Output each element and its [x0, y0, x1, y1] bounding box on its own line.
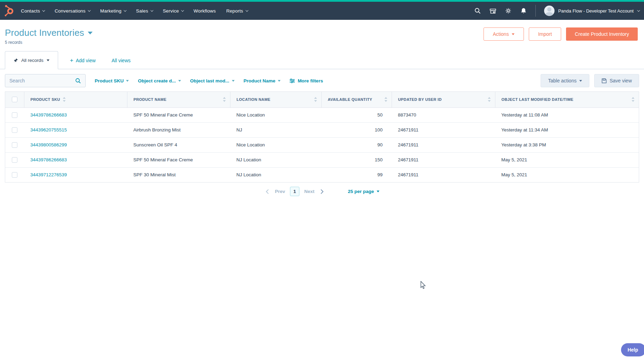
search-icon[interactable] [75, 78, 81, 84]
nav-item-sales[interactable]: Sales [136, 8, 152, 14]
column-label: PRODUCT SKU [31, 97, 60, 102]
product-name-cell: Airbrush Bronzing Mist [127, 122, 230, 137]
product-sku-link[interactable]: 34439786266683 [30, 112, 67, 118]
column-header-product-sku[interactable]: PRODUCT SKU [24, 92, 127, 107]
filter-product-sku[interactable]: Product SKU [95, 78, 129, 83]
page-number-button[interactable]: 1 [290, 187, 299, 196]
sort-icon [488, 97, 491, 102]
sort-icon [384, 97, 387, 102]
nav-item-conversations[interactable]: Conversations [55, 8, 90, 14]
location-name-cell: Nice Location [230, 107, 321, 122]
last-modified-cell: Yesterday at 11:34 AM [495, 122, 639, 137]
filter-label: Product Name [244, 78, 276, 83]
nav-item-contacts[interactable]: Contacts [21, 8, 44, 14]
row-checkbox[interactable] [12, 112, 17, 118]
create-product-inventory-button[interactable]: Create Product Inventory [566, 27, 638, 41]
search-box [5, 74, 86, 87]
hubspot-logo[interactable] [3, 4, 16, 17]
last-modified-cell: Yesterday at 11:08 AM [495, 107, 639, 122]
table-actions-button[interactable]: Table actions [541, 74, 589, 87]
notifications-icon[interactable] [520, 7, 527, 14]
select-all-header [5, 92, 24, 107]
actions-button[interactable]: Actions [484, 27, 524, 41]
import-button[interactable]: Import [529, 27, 561, 41]
per-page-label: 25 per page [348, 189, 374, 194]
last-modified-cell: May 5, 2021 [495, 152, 639, 167]
last-modified-cell: May 5, 2021 [495, 167, 639, 182]
row-checkbox[interactable] [12, 142, 17, 148]
table-row: 34439620755515 Airbrush Bronzing Mist NJ… [5, 122, 639, 137]
settings-icon[interactable] [505, 7, 512, 14]
save-view-label: Save view [610, 78, 632, 83]
more-filters-button[interactable]: More filters [290, 78, 323, 83]
records-count: 5 records [5, 40, 93, 45]
updated-by-user-id-cell: 24671911 [392, 122, 495, 137]
nav-label: Contacts [21, 8, 40, 14]
save-view-button[interactable]: Save view [594, 74, 639, 87]
filter-label: Product SKU [95, 78, 124, 83]
create-label: Create Product Inventory [575, 31, 629, 37]
last-modified-cell: Yesterday at 3:38 PM [495, 137, 639, 152]
column-label: OBJECT LAST MODIFIED DATE/TIME [502, 97, 574, 102]
product-sku-link[interactable]: 34439786266683 [30, 157, 67, 162]
add-view-link[interactable]: + Add view [70, 57, 96, 69]
caret-down-icon [579, 80, 582, 82]
account-menu[interactable]: Panda Flow - Developer Test Account [544, 6, 639, 16]
chevron-down-icon [181, 9, 184, 11]
search-input[interactable] [9, 78, 72, 83]
column-header-object-last-modified[interactable]: OBJECT LAST MODIFIED DATE/TIME [495, 92, 639, 107]
pin-icon [14, 58, 18, 63]
marketplace-icon[interactable] [489, 7, 496, 14]
sort-icon [63, 97, 66, 102]
product-sku-link[interactable]: 34439800586299 [30, 142, 67, 147]
chevron-left-icon[interactable] [265, 189, 270, 194]
caret-down-icon [232, 80, 235, 82]
nav-item-marketing[interactable]: Marketing [100, 8, 126, 14]
filter-object-last-modified[interactable]: Object last mod... [190, 78, 235, 83]
nav-item-workflows[interactable]: Workflows [194, 8, 216, 14]
prev-button[interactable]: Prev [275, 189, 285, 194]
table-header-row: PRODUCT SKU PRODUCT NAME LOCATION NAME A… [5, 92, 639, 107]
row-checkbox[interactable] [12, 127, 17, 133]
column-header-available-quantity[interactable]: AVAILABLE QUANTITY [321, 92, 392, 107]
row-checkbox[interactable] [12, 157, 17, 163]
updated-by-user-id-cell: 24671911 [392, 137, 495, 152]
filter-product-name[interactable]: Product Name [244, 78, 281, 83]
column-header-product-name[interactable]: PRODUCT NAME [127, 92, 230, 107]
caret-down-icon [278, 80, 281, 82]
page-header: Product Inventories 5 records Actions Im… [0, 20, 644, 45]
caret-down-icon [126, 80, 129, 82]
nav-item-reports[interactable]: Reports [226, 8, 248, 14]
nav-divider [535, 5, 536, 17]
column-header-updated-by-user-id[interactable]: UPDATED BY USER ID [392, 92, 495, 107]
save-icon [602, 78, 607, 83]
product-sku-link[interactable]: 34439712276539 [30, 172, 67, 177]
views-tab-bar: All records + Add view All views [0, 51, 644, 69]
product-sku-link[interactable]: 34439620755515 [30, 127, 67, 132]
per-page-dropdown[interactable]: 25 per page [348, 189, 379, 194]
all-views-link[interactable]: All views [112, 58, 131, 69]
nav-label: Conversations [55, 8, 86, 14]
chevron-right-icon[interactable] [319, 189, 325, 194]
location-name-cell: NJ [230, 122, 321, 137]
primary-nav: Contacts Conversations Marketing Sales S… [21, 8, 248, 14]
table-row: 34439786266683 SPF 50 Mineral Face Creme… [5, 107, 639, 122]
filter-object-create-date[interactable]: Object create d... [138, 78, 181, 83]
column-label: AVAILABLE QUANTITY [328, 97, 372, 102]
row-checkbox[interactable] [12, 172, 17, 178]
search-icon[interactable] [474, 7, 481, 14]
tab-all-records[interactable]: All records [5, 51, 58, 69]
select-all-checkbox[interactable] [12, 97, 17, 102]
column-label: UPDATED BY USER ID [398, 97, 442, 102]
nav-item-service[interactable]: Service [163, 8, 183, 14]
inventory-table: PRODUCT SKU PRODUCT NAME LOCATION NAME A… [5, 91, 639, 183]
sort-icon [631, 97, 635, 102]
help-button[interactable]: Help [621, 343, 644, 356]
column-header-location-name[interactable]: LOCATION NAME [230, 92, 321, 107]
next-button[interactable]: Next [304, 189, 314, 194]
add-view-label: Add view [76, 58, 96, 63]
title-caret-icon[interactable] [88, 32, 93, 34]
column-label: PRODUCT NAME [134, 97, 167, 102]
chevron-down-icon [88, 9, 91, 11]
actions-label: Actions [493, 31, 509, 37]
